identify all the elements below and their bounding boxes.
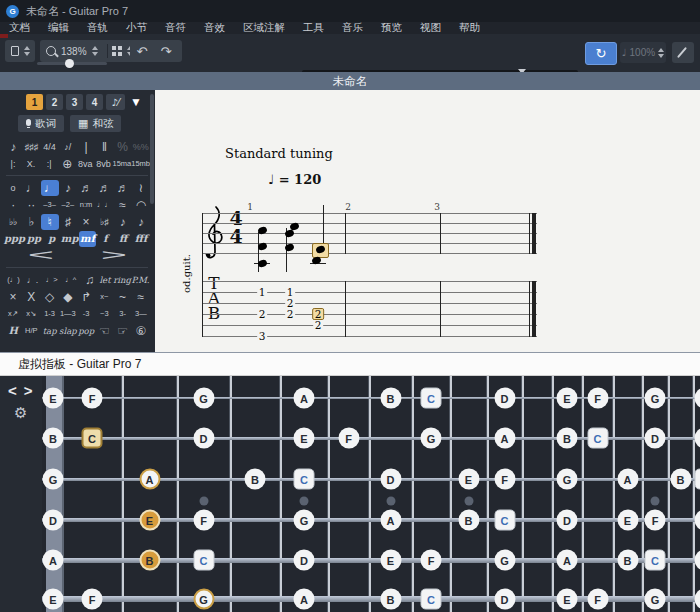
highlighted-note-marker[interactable]: G <box>193 589 214 610</box>
palette-double-flat-button[interactable]: ♭♭ <box>4 214 22 230</box>
palette-n-tuplet-button[interactable]: n:m <box>77 197 95 213</box>
palette-double-simile-mark-button[interactable]: %% <box>132 139 150 155</box>
palette-staccato-button[interactable]: ♩. <box>23 272 42 288</box>
note-marker[interactable]: G <box>421 428 442 449</box>
voices-dropdown-arrow[interactable]: ▼ <box>130 95 142 109</box>
palette-let-ring-beam-button[interactable]: ≈ <box>114 197 132 213</box>
palette-barline-button[interactable]: | <box>77 139 95 155</box>
palette-dead-chord-button[interactable]: X <box>22 289 40 305</box>
palette-scrollbar[interactable] <box>150 94 154 204</box>
palette-mezzo-forte-button[interactable]: mf <box>79 231 97 247</box>
open-string-note[interactable]: A <box>43 550 64 571</box>
note-marker[interactable]: G <box>193 388 214 409</box>
zoom-slider-thumb[interactable] <box>65 59 74 68</box>
palette-pop-button[interactable]: pop <box>77 323 95 339</box>
palette-duplet-button[interactable]: –2– <box>59 197 77 213</box>
note-marker[interactable]: D <box>645 428 666 449</box>
tab-fret-number[interactable]: 3 <box>257 331 267 341</box>
speed-spinner[interactable] <box>658 48 664 58</box>
palette-double-barline-button[interactable]: ‖ <box>95 139 113 155</box>
fretboard-window-titlebar[interactable]: 虚拟指板 - Guitar Pro 7 <box>0 352 700 376</box>
palette-ottava-alta-button[interactable]: 8va <box>76 156 94 172</box>
palette-forte-button[interactable]: f <box>96 231 114 247</box>
palette-semitone-toggle-button[interactable]: ♭♯ <box>95 214 113 230</box>
note-marker[interactable]: A <box>557 550 578 571</box>
note-marker[interactable]: F <box>82 388 103 409</box>
note-marker[interactable]: F <box>587 589 608 610</box>
palette-right-hand-fingering-button[interactable]: ☞ <box>114 323 132 339</box>
palette-treble-clef-button[interactable]: ♪ <box>4 139 22 155</box>
note-marker[interactable]: F <box>193 510 214 531</box>
palette-vibrato-button[interactable]: ~ <box>114 289 132 305</box>
menu-item-音乐[interactable]: 音乐 <box>333 21 372 35</box>
palette-hammer-on-button[interactable]: 1-3 <box>41 306 59 322</box>
menu-item-预览[interactable]: 预览 <box>372 21 411 35</box>
palette-alternate-ending-button[interactable]: X. <box>22 156 40 172</box>
note-marker[interactable]: B <box>245 469 266 490</box>
note-marker-c[interactable]: C <box>494 510 515 531</box>
palette-palm-mute-button[interactable]: P.M. <box>131 272 150 288</box>
note-marker[interactable]: G <box>645 388 666 409</box>
zoom-slider[interactable] <box>37 62 107 65</box>
undo-button[interactable]: ↶ <box>130 40 154 62</box>
menu-item-工具[interactable]: 工具 <box>294 21 333 35</box>
palette-slap-button[interactable]: slap <box>59 323 77 339</box>
note-marker[interactable]: G <box>645 589 666 610</box>
palette-repeat-open-button[interactable]: |: <box>4 156 22 172</box>
palette-time-signature-button[interactable]: 4/4 <box>41 139 59 155</box>
palette-left-hand-fingering-button[interactable]: ☜ <box>95 323 113 339</box>
palette-let-ring-button[interactable]: let ring <box>99 272 131 288</box>
palette-sixty-fourth-note-button[interactable]: ♬ <box>114 180 132 196</box>
palette-bend-button[interactable]: ↱ <box>77 289 95 305</box>
palette-rest-button[interactable]: ≀ <box>132 180 150 196</box>
note-marker[interactable]: D <box>193 428 214 449</box>
palette-wide-vibrato-button[interactable]: ≈ <box>132 289 150 305</box>
zoom-value[interactable]: 138% <box>61 46 87 57</box>
note-marker[interactable]: D <box>294 550 315 571</box>
palette-eighth-note-button[interactable]: ♪ <box>59 180 77 196</box>
tab-fret-number[interactable]: 2 <box>285 309 295 319</box>
palette-fortissimo-button[interactable]: ff <box>114 231 132 247</box>
note-marker-c[interactable]: C <box>587 428 608 449</box>
palette-natural-harmonic-button[interactable]: ◇ <box>41 289 59 305</box>
note-marker[interactable]: G <box>494 550 515 571</box>
note-marker[interactable]: A <box>294 388 315 409</box>
note-marker[interactable]: B <box>670 469 691 490</box>
note-marker[interactable]: D <box>494 589 515 610</box>
palette-pianissimo-button[interactable]: pp <box>25 231 43 247</box>
fretboard[interactable]: EFGABCDEFGABCDEFGABCDEGABCDEFGABCDEFGABC… <box>42 376 700 612</box>
note-marker-c[interactable]: C <box>193 550 214 571</box>
prev-icon[interactable]: < <box>8 382 24 399</box>
note-marker[interactable]: E <box>458 469 479 490</box>
palette-whammy-bar-button[interactable]: x~ <box>95 289 113 305</box>
zoom-spinner[interactable] <box>92 46 98 56</box>
palette-triplet-button[interactable]: –3– <box>41 197 59 213</box>
palette-slide-in-from-below-button[interactable]: x↗ <box>4 306 22 322</box>
menu-item-音轨[interactable]: 音轨 <box>78 21 117 35</box>
note-marker-c[interactable]: C <box>294 469 315 490</box>
palette-natural-button[interactable]: ♮ <box>41 214 59 230</box>
palette-quindicesima-bassa-button[interactable]: 15mb <box>131 156 150 172</box>
menu-item-帮助[interactable]: 帮助 <box>450 21 489 35</box>
palette-coda-button[interactable]: ⊕ <box>58 156 76 172</box>
voice-2-button[interactable]: 2 <box>46 94 63 110</box>
palette-tie-button[interactable]: ♩♩ <box>95 197 113 213</box>
note-marker[interactable]: B <box>458 510 479 531</box>
palette-quarter-note-button[interactable]: ♩ <box>41 180 59 196</box>
tab-fret-number[interactable]: 1 <box>285 287 295 297</box>
palette-simile-mark-button[interactable]: % <box>114 139 132 155</box>
open-string-note[interactable]: E <box>43 589 64 610</box>
note-marker[interactable]: F <box>82 589 103 610</box>
redo-button[interactable]: ↷ <box>154 40 178 62</box>
palette-half-note-button[interactable]: ♩ <box>22 180 40 196</box>
tab-fret-number[interactable]: 2 <box>257 309 267 319</box>
note-marker[interactable]: E <box>380 550 401 571</box>
loop-button[interactable]: ↻ <box>585 42 617 65</box>
lyrics-button[interactable]: 歌词 <box>18 115 64 132</box>
palette-hammer-symbol-button[interactable]: H <box>4 323 22 339</box>
open-string-note[interactable]: D <box>43 510 64 531</box>
tab-fret-number[interactable]: 2 <box>313 320 323 330</box>
line-in-tuner-button[interactable] <box>672 42 694 63</box>
palette-fermata-button[interactable]: ◠ <box>132 197 150 213</box>
note-marker[interactable]: D <box>380 469 401 490</box>
